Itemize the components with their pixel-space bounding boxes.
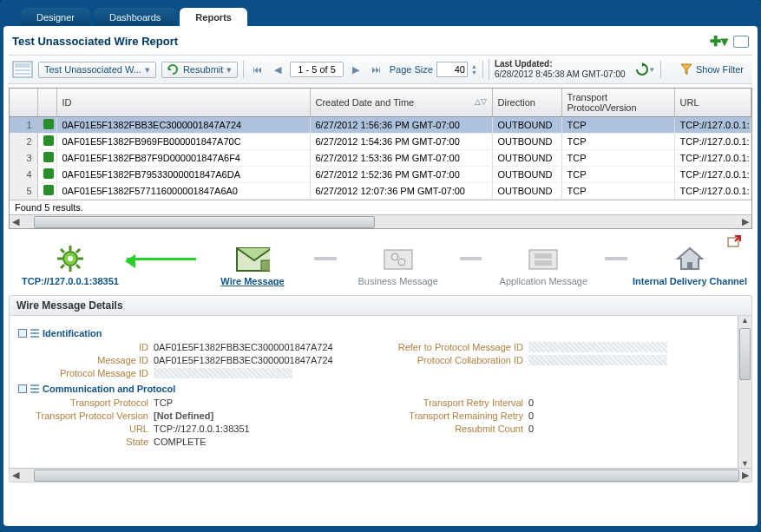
- collapse-icon[interactable]: [18, 384, 27, 393]
- field-trr-label: Transport Remaining Retry: [367, 410, 523, 421]
- column-url[interactable]: URL: [674, 89, 751, 117]
- status-chip-icon: [43, 119, 54, 129]
- svg-rect-2: [15, 69, 30, 71]
- svg-line-11: [76, 265, 80, 268]
- table-row[interactable]: 2 0AF01E5F1382FB969FB000001847A70C6/27/2…: [10, 134, 751, 150]
- svg-rect-1: [15, 63, 30, 68]
- business-message-icon: [381, 245, 416, 273]
- flow-application-message[interactable]: Application Message: [487, 245, 600, 286]
- field-tp-value: TCP: [154, 397, 362, 408]
- table-horizontal-scrollbar[interactable]: ◀ ▶: [10, 214, 751, 228]
- svg-line-10: [61, 249, 64, 253]
- flow-business-message[interactable]: Business Message: [342, 245, 455, 286]
- breadcrumb[interactable]: Test Unassociated W... ▾: [38, 62, 156, 78]
- tab-dashboards[interactable]: Dashboards: [94, 8, 176, 26]
- status-chip-icon: [43, 185, 54, 195]
- first-page-button[interactable]: ⏮: [249, 62, 266, 76]
- add-icon[interactable]: ✚▾: [710, 33, 728, 49]
- field-collab-value: [528, 355, 667, 365]
- flow-wire-label: Wire Message: [220, 276, 284, 286]
- column-rownum[interactable]: [10, 89, 37, 117]
- report-toolbar: Test Unassociated W... ▾ Resubmit ▾ ⏮ ◀ …: [9, 55, 752, 84]
- field-url-label: URL: [18, 424, 148, 434]
- field-state-value: COMPLETE: [154, 437, 362, 447]
- column-direction[interactable]: Direction: [492, 89, 561, 117]
- collapse-icon[interactable]: [18, 329, 27, 338]
- svg-rect-21: [535, 253, 552, 259]
- table-row[interactable]: 4 0AF01E5F1382FB79533000001847A6DA6/27/2…: [10, 167, 751, 183]
- page-size-up[interactable]: ▲: [471, 63, 477, 69]
- page-title: Test Unassociated Wire Report: [12, 35, 178, 48]
- svg-point-14: [68, 256, 73, 261]
- svg-rect-20: [529, 250, 557, 269]
- flow-internal-label: Internal Delivery Channel: [633, 276, 747, 286]
- last-page-button[interactable]: ⏭: [368, 62, 384, 76]
- svg-line-12: [61, 265, 64, 268]
- page-size-label: Page Size: [390, 64, 433, 75]
- flow-application-label: Application Message: [500, 276, 588, 286]
- report-icon: [12, 60, 33, 79]
- page-size-down[interactable]: ▼: [471, 69, 477, 76]
- field-pmid-label: Protocol Message ID: [18, 368, 148, 378]
- filter-icon: [680, 63, 692, 76]
- details-horizontal-scrollbar[interactable]: ◀ ▶: [10, 468, 751, 482]
- field-tpv-value: [Not Defined]: [154, 410, 362, 421]
- last-updated-label: Last Updated:: [495, 59, 626, 69]
- flow-wire-message[interactable]: Wire Message: [196, 245, 309, 286]
- status-chip-icon: [43, 135, 54, 146]
- resubmit-button[interactable]: Resubmit ▾: [161, 62, 238, 78]
- field-tpv-label: Transport Protocol Version: [18, 410, 148, 421]
- tab-designer[interactable]: Designer: [21, 8, 90, 26]
- results-table: ID Created Date and Time△▽ Direction Tra…: [9, 88, 752, 229]
- flow-arrow-icon: [127, 258, 196, 260]
- last-updated-value: 6/28/2012 8:45:38 AM GMT-07:00: [495, 69, 626, 80]
- section-icon: [30, 384, 39, 393]
- column-id[interactable]: ID: [56, 89, 310, 117]
- table-row[interactable]: 3 0AF01E5F1382FB87F9D000001847A6F46/27/2…: [10, 150, 751, 167]
- application-message-icon: [526, 245, 561, 273]
- status-chip-icon: [43, 152, 54, 162]
- section-communication[interactable]: Communication and Protocol: [18, 384, 729, 394]
- field-tri-label: Transport Retry Interval: [367, 397, 523, 408]
- status-chip-icon: [43, 168, 54, 179]
- field-id-value: 0AF01E5F1382FBB3EC3000001847A724: [154, 342, 362, 352]
- show-filter-label: Show Filter: [696, 64, 744, 75]
- field-msgid-value: 0AF01E5F1382FBB3EC3000001847A724: [154, 355, 362, 365]
- tab-bar: Designer Dashboards Reports: [3, 3, 758, 26]
- table-row[interactable]: 1 0AF01E5F1382FBB3EC3000001847A7246/27/2…: [10, 117, 751, 134]
- show-filter-button[interactable]: Show Filter: [675, 62, 749, 77]
- restore-window-icon[interactable]: [733, 36, 749, 48]
- export-icon[interactable]: [726, 234, 742, 248]
- field-trr-value: 0: [528, 410, 598, 421]
- column-transport[interactable]: Transport Protocol/Version: [561, 89, 674, 117]
- sort-indicator-icon: △▽: [475, 97, 487, 106]
- flow-internal-channel[interactable]: Internal Delivery Channel: [633, 245, 747, 286]
- section-identification[interactable]: Identification: [18, 328, 729, 338]
- flow-endpoint-label: TCP://127.0.0.1:38351: [22, 276, 119, 286]
- column-created[interactable]: Created Date and Time△▽: [310, 89, 492, 117]
- flow-endpoint[interactable]: TCP://127.0.0.1:38351: [14, 245, 127, 286]
- next-page-button[interactable]: ▶: [349, 62, 363, 77]
- field-tri-value: 0: [528, 397, 598, 408]
- details-vertical-scrollbar[interactable]: ▲ ▼: [738, 316, 751, 468]
- field-msgid-label: Message ID: [18, 355, 148, 365]
- refresh-icon[interactable]: ▾: [634, 60, 655, 79]
- resubmit-label: Resubmit: [183, 64, 223, 75]
- prev-page-button[interactable]: ◀: [271, 62, 285, 77]
- house-icon: [672, 245, 707, 273]
- svg-line-13: [76, 249, 80, 253]
- gear-icon: [53, 245, 88, 273]
- tab-reports[interactable]: Reports: [180, 8, 247, 26]
- field-state-label: State: [18, 437, 148, 447]
- field-url-value: TCP://127.0.0.1:38351: [154, 424, 362, 434]
- column-status[interactable]: [37, 89, 56, 117]
- svg-rect-17: [384, 250, 412, 269]
- flow-business-label: Business Message: [358, 276, 437, 286]
- envelope-icon: [235, 245, 270, 273]
- table-row[interactable]: 5 0AF01E5F1382F577116000001847A6A06/27/2…: [10, 183, 751, 200]
- field-collab-label: Protocol Collaboration ID: [367, 355, 523, 365]
- resubmit-icon: [167, 64, 180, 75]
- section-icon: [30, 329, 39, 338]
- field-id-label: ID: [18, 342, 148, 352]
- page-size-input[interactable]: [436, 62, 468, 77]
